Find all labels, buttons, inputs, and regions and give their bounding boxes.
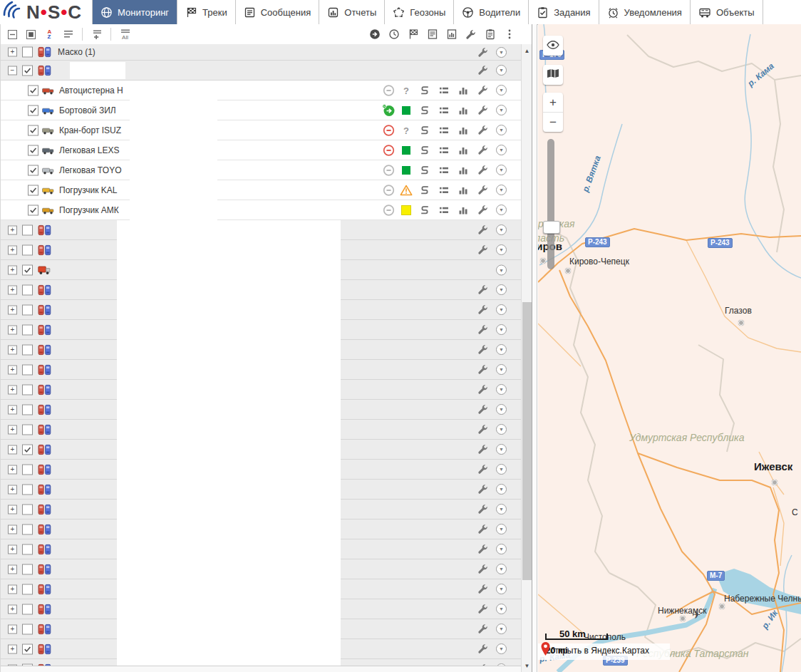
group-checkbox[interactable] (22, 464, 33, 475)
dropdown-icon[interactable]: ▼ (496, 105, 507, 115)
group-checkbox[interactable] (22, 504, 33, 515)
expand-icon[interactable]: + (8, 425, 17, 434)
vertical-scrollbar[interactable]: ▲ ▼ (521, 44, 532, 672)
map-layers-button[interactable] (543, 65, 563, 85)
expand-icon[interactable]: + (8, 285, 17, 294)
wrench-icon[interactable] (477, 344, 488, 356)
follow-unit-icon[interactable] (368, 27, 381, 41)
wrench-icon[interactable] (477, 643, 488, 655)
wrench-icon[interactable] (477, 484, 488, 495)
chart-icon[interactable] (458, 105, 469, 116)
wrench-icon[interactable] (477, 205, 488, 216)
chart-icon[interactable] (458, 185, 469, 196)
wrench-icon[interactable] (477, 524, 488, 535)
wrench-icon[interactable] (477, 224, 488, 236)
track-icon[interactable] (419, 205, 430, 216)
unit-name[interactable]: Бортовой ЗИЛ (59, 105, 116, 115)
dropdown-icon[interactable]: ▼ (496, 47, 507, 58)
tab-messages[interactable]: Сообщения (236, 0, 320, 24)
expand-icon[interactable]: + (8, 405, 17, 414)
expand-icon[interactable]: + (8, 245, 17, 254)
scrollbar-thumb[interactable] (522, 302, 532, 580)
wrench-icon[interactable] (477, 624, 488, 635)
dropdown-icon[interactable]: ▼ (496, 85, 507, 95)
dropdown-icon[interactable]: ▼ (496, 504, 507, 515)
dropdown-icon[interactable]: ▼ (496, 424, 507, 435)
dropdown-icon[interactable]: ▼ (496, 145, 507, 155)
select-visible-icon[interactable] (25, 27, 37, 41)
chart-icon[interactable] (458, 205, 469, 216)
expand-icon[interactable]: + (8, 225, 17, 234)
unit-checkbox[interactable] (28, 205, 38, 215)
group-checkbox[interactable] (22, 524, 33, 534)
unit-row[interactable]: Погрузчик KAL▼ (1, 180, 521, 200)
scroll-up-arrow[interactable]: ▲ (522, 46, 532, 56)
wrench-icon[interactable] (477, 284, 488, 296)
wrench-icon[interactable] (477, 145, 488, 156)
group-checkbox[interactable] (22, 65, 33, 76)
expand-icon[interactable]: + (8, 48, 17, 57)
tab-notifications[interactable]: Уведомления (599, 0, 691, 24)
dropdown-icon[interactable]: ▼ (496, 364, 507, 375)
wrench-icon[interactable] (477, 544, 488, 555)
track-icon[interactable] (419, 145, 430, 156)
track-icon[interactable] (419, 185, 430, 196)
map-attribution-link[interactable]: открыть в Яндекс.Картах (550, 646, 649, 656)
group-checkbox[interactable] (22, 444, 33, 455)
quick-reports-icon[interactable] (445, 27, 458, 41)
chart-icon[interactable] (458, 125, 469, 136)
group-checkbox[interactable] (22, 624, 33, 634)
wrench-icon[interactable] (477, 444, 488, 455)
group-checkbox[interactable] (22, 264, 33, 275)
messages-icon[interactable] (438, 105, 450, 116)
dropdown-icon[interactable]: ▼ (496, 324, 507, 335)
track-icon[interactable] (419, 125, 430, 136)
tab-units[interactable]: Объекты (691, 0, 763, 24)
tab-reports[interactable]: Отчеты (319, 0, 385, 24)
expand-icon[interactable]: + (8, 564, 17, 574)
group-checkbox[interactable] (22, 643, 33, 654)
dropdown-icon[interactable]: ▼ (496, 484, 507, 495)
wrench-icon[interactable] (477, 504, 488, 515)
unit-checkbox[interactable] (28, 185, 38, 195)
messages-icon[interactable] (438, 185, 450, 196)
unit-name[interactable]: Легковая TOYO (59, 165, 122, 175)
wrench-icon[interactable] (477, 105, 488, 116)
wrench-icon[interactable] (477, 564, 488, 575)
registry-icon[interactable] (484, 27, 496, 41)
dropdown-icon[interactable]: ▼ (496, 344, 507, 355)
show-all-icon[interactable]: All (119, 27, 131, 41)
unit-name[interactable]: Погрузчик KAL (59, 185, 118, 195)
group-checkbox[interactable] (22, 424, 33, 435)
group-checkbox[interactable] (22, 544, 33, 554)
chart-icon[interactable] (458, 85, 469, 96)
unit-row[interactable]: Бортовой ЗИЛ▼ (1, 100, 521, 120)
track-icon[interactable] (419, 105, 430, 116)
zoom-slider-track[interactable] (547, 139, 554, 269)
expand-icon[interactable]: + (8, 385, 17, 394)
wrench-icon[interactable] (477, 464, 488, 475)
group-checkbox[interactable] (22, 47, 33, 58)
dropdown-icon[interactable]: ▼ (496, 564, 507, 574)
unit-row[interactable]: Кран-борт ISUZ?▼ (1, 120, 521, 140)
track-icon[interactable] (419, 165, 430, 176)
messages-icon[interactable] (438, 205, 450, 216)
group-checkbox[interactable] (22, 364, 33, 375)
dropdown-icon[interactable]: ▼ (496, 444, 507, 455)
tab-tracks[interactable]: Треки (177, 0, 236, 24)
dropdown-icon[interactable]: ▼ (496, 244, 507, 255)
expand-icon[interactable]: + (8, 325, 17, 334)
map[interactable]: Р-176Р-243Р-243М-7Р-239КировКирово-Чепец… (538, 24, 801, 672)
wrench-icon[interactable] (477, 304, 488, 316)
expand-icon[interactable]: + (8, 465, 17, 474)
unit-row[interactable]: Погрузчик АМК▼ (1, 200, 521, 220)
unit-checkbox[interactable] (28, 105, 38, 115)
zoom-in-button[interactable]: + (543, 93, 563, 112)
wrench-icon[interactable] (477, 404, 488, 415)
dropdown-icon[interactable]: ▼ (496, 524, 507, 534)
collapse-icon[interactable]: − (8, 66, 17, 75)
unit-name[interactable]: Легковая LEXS (59, 145, 119, 155)
expand-icon[interactable]: + (8, 544, 17, 554)
dropdown-icon[interactable]: ▼ (496, 65, 507, 76)
messages-icon[interactable] (438, 85, 450, 96)
